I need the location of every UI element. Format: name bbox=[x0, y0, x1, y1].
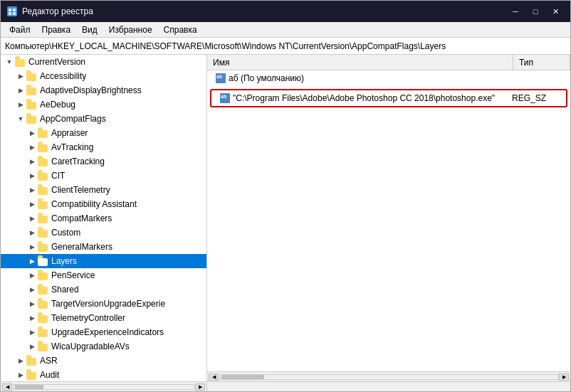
data-cell-name-photoshop: "C:\Program Files\Adobe\Adobe Photoshop … bbox=[214, 93, 506, 103]
tree-item-custom[interactable]: ▶ Custom bbox=[1, 226, 206, 240]
reg-icon-default bbox=[216, 73, 226, 83]
address-bar[interactable]: Компьютер\HKEY_LOCAL_MACHINE\SOFTWARE\Mi… bbox=[1, 38, 570, 55]
arrow-avtracking: ▶ bbox=[26, 142, 38, 153]
tree-pane[interactable]: ▼ CurrentVersion ▶ Accessibility ▶ Adapt… bbox=[1, 55, 207, 381]
tree-item-appraiser[interactable]: ▶ Appraiser bbox=[1, 126, 206, 140]
arrow-wicaupgrade: ▶ bbox=[26, 341, 38, 352]
maximize-button[interactable]: □ bbox=[526, 4, 545, 18]
arrow-upgradeexp: ▶ bbox=[26, 327, 38, 338]
main-content: ▼ CurrentVersion ▶ Accessibility ▶ Adapt… bbox=[1, 55, 570, 381]
col-header-type[interactable]: Тип bbox=[513, 55, 570, 70]
data-cell-type-photoshop: REG_SZ bbox=[506, 93, 563, 103]
folder-icon-compatmarkers bbox=[38, 213, 49, 223]
folder-icon-penservice bbox=[38, 270, 49, 280]
arrow-appraiser: ▶ bbox=[26, 127, 38, 139]
tree-item-compatassist[interactable]: ▶ Compatibility Assistant bbox=[1, 197, 206, 211]
tree-item-adaptive[interactable]: ▶ AdaptiveDisplayBrightness bbox=[1, 83, 206, 97]
tree-item-generalmarkers[interactable]: ▶ GeneralMarkers bbox=[1, 240, 206, 254]
tree-item-carettracking[interactable]: ▶ CaretTracking bbox=[1, 154, 206, 169]
arrow-custom: ▶ bbox=[26, 227, 38, 238]
label-adaptive: AdaptiveDisplayBrightness bbox=[40, 85, 142, 95]
tree-item-shared[interactable]: ▶ Shared bbox=[1, 282, 206, 297]
tree-item-accessibility[interactable]: ▶ Accessibility bbox=[1, 69, 206, 83]
minimize-button[interactable]: ─ bbox=[506, 4, 525, 18]
data-list[interactable]: аб (По умолчанию) "C:\Program Files\Adob… bbox=[207, 70, 570, 371]
tree-inner[interactable]: ▼ CurrentVersion ▶ Accessibility ▶ Adapt… bbox=[1, 55, 206, 381]
label-compatassist: Compatibility Assistant bbox=[51, 199, 137, 209]
folder-icon-aedebug bbox=[26, 100, 38, 110]
tree-item-currentversion[interactable]: ▼ CurrentVersion bbox=[1, 55, 206, 69]
tree-item-appcompat[interactable]: ▼ AppCompatFlags bbox=[1, 112, 206, 126]
folder-icon-custom bbox=[38, 228, 49, 238]
label-audit: Audit bbox=[40, 370, 59, 380]
tree-item-avtracking[interactable]: ▶ AvTracking bbox=[1, 140, 206, 154]
label-carettracking: CaretTracking bbox=[51, 157, 105, 166]
menu-file[interactable]: Файл bbox=[4, 23, 36, 36]
arrow-audit: ▶ bbox=[15, 369, 26, 381]
arrow-penservice: ▶ bbox=[26, 270, 38, 281]
tree-item-asr[interactable]: ▶ ASR bbox=[1, 354, 206, 368]
svg-rect-3 bbox=[9, 12, 11, 15]
label-generalmarkers: GeneralMarkers bbox=[51, 242, 112, 252]
address-path: Компьютер\HKEY_LOCAL_MACHINE\SOFTWARE\Mi… bbox=[5, 41, 446, 51]
tree-item-audit[interactable]: ▶ Audit bbox=[1, 368, 206, 381]
folder-icon-accessibility bbox=[26, 71, 38, 81]
close-button[interactable]: ✕ bbox=[546, 4, 565, 18]
tree-item-layers[interactable]: ▶ Layers bbox=[1, 254, 206, 268]
hscroll-right[interactable]: ◀ ▶ bbox=[207, 371, 570, 381]
tree-item-targetversion[interactable]: ▶ TargetVersionUpgradeExperie bbox=[1, 297, 206, 311]
titlebar: Редактор реестра ─ □ ✕ bbox=[1, 1, 570, 22]
folder-icon-wicaupgrade bbox=[38, 341, 49, 351]
menu-edit[interactable]: Правка bbox=[36, 23, 77, 36]
data-row-default[interactable]: аб (По умолчанию) bbox=[207, 70, 570, 86]
tree-item-clienttelemetry[interactable]: ▶ ClientTelemetry bbox=[1, 183, 206, 197]
tree-item-aedebug[interactable]: ▶ AeDebug bbox=[1, 97, 206, 112]
menu-favorites[interactable]: Избранное bbox=[103, 23, 158, 36]
arrow-currentversion: ▼ bbox=[4, 56, 15, 68]
menu-help[interactable]: Справка bbox=[158, 23, 203, 36]
tree-item-compatmarkers[interactable]: ▶ CompatMarkers bbox=[1, 211, 206, 226]
tree-item-telemetryctrl[interactable]: ▶ TelemetryController bbox=[1, 311, 206, 325]
column-headers: Имя Тип bbox=[207, 55, 570, 70]
hscroll-tree-right[interactable]: ▶ bbox=[195, 383, 205, 391]
arrow-appcompat: ▼ bbox=[15, 113, 26, 125]
arrow-accessibility: ▶ bbox=[15, 70, 26, 82]
arrow-cit: ▶ bbox=[26, 170, 38, 181]
hscroll-tree[interactable]: ◀ ▶ bbox=[1, 382, 207, 391]
label-telemetryctrl: TelemetryController bbox=[51, 313, 125, 323]
hscroll-tree-thumb bbox=[15, 385, 43, 389]
label-compatmarkers: CompatMarkers bbox=[51, 213, 112, 223]
data-row-photoshop[interactable]: "C:\Program Files\Adobe\Adobe Photoshop … bbox=[211, 90, 566, 106]
hscroll-right-arrow[interactable]: ▶ bbox=[559, 374, 569, 381]
tree-item-wicaupgrade[interactable]: ▶ WicaUpgradableAVs bbox=[1, 339, 206, 354]
label-custom: Custom bbox=[51, 228, 80, 238]
label-clienttelemetry: ClientTelemetry bbox=[51, 185, 110, 195]
label-layers: Layers bbox=[51, 256, 77, 266]
arrow-adaptive: ▶ bbox=[15, 85, 26, 96]
tree-item-penservice[interactable]: ▶ PenService bbox=[1, 268, 206, 282]
folder-icon-appraiser bbox=[38, 128, 49, 138]
menu-view[interactable]: Вид bbox=[76, 23, 103, 36]
tree-item-cit[interactable]: ▶ CIT bbox=[1, 169, 206, 183]
reg-icon-photoshop bbox=[220, 93, 230, 103]
folder-icon-asr bbox=[26, 356, 38, 366]
folder-icon-cit bbox=[38, 171, 49, 181]
app-icon bbox=[6, 6, 18, 17]
label-penservice: PenService bbox=[51, 270, 95, 280]
label-avtracking: AvTracking bbox=[51, 142, 93, 152]
hscroll-tree-left[interactable]: ◀ bbox=[2, 383, 12, 391]
data-name-photoshop: "C:\Program Files\Adobe\Adobe Photoshop … bbox=[233, 93, 495, 103]
col-header-name[interactable]: Имя bbox=[207, 55, 513, 70]
arrow-aedebug: ▶ bbox=[15, 99, 26, 110]
folder-icon-layers bbox=[38, 256, 49, 266]
label-cit: CIT bbox=[51, 171, 65, 181]
arrow-telemetryctrl: ▶ bbox=[26, 312, 38, 324]
label-upgradeexp: UpgradeExperienceIndicators bbox=[51, 327, 164, 337]
hscroll-left-arrow[interactable]: ◀ bbox=[209, 374, 219, 381]
hscroll-tree-track bbox=[13, 384, 194, 390]
arrow-generalmarkers: ▶ bbox=[26, 241, 38, 253]
arrow-clienttelemetry: ▶ bbox=[26, 184, 38, 196]
data-row-photoshop-wrapper: "C:\Program Files\Adobe\Adobe Photoshop … bbox=[210, 89, 567, 107]
folder-icon-adaptive bbox=[26, 85, 38, 95]
tree-item-upgradeexp[interactable]: ▶ UpgradeExperienceIndicators bbox=[1, 325, 206, 339]
